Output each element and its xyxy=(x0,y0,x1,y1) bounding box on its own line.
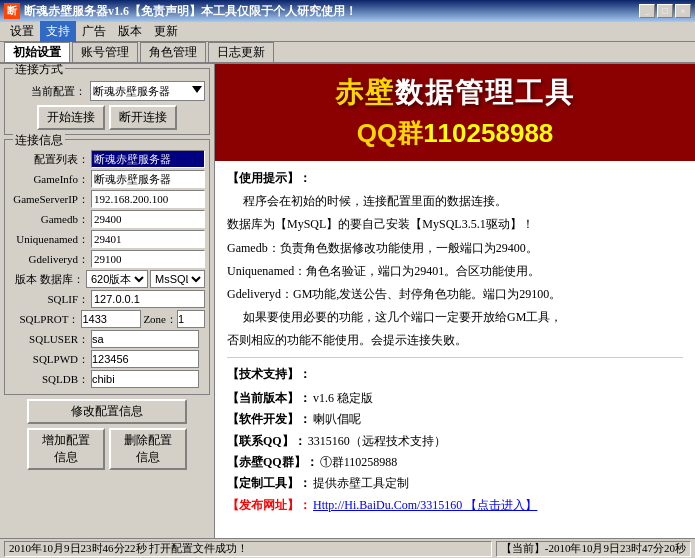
menu-ad[interactable]: 广告 xyxy=(76,21,112,42)
menu-support[interactable]: 支持 xyxy=(40,21,76,42)
tech-row-dev: 【软件开发】： 喇叭倡呢 xyxy=(227,409,683,429)
status-bar: 2010年10月9日23时46分22秒 打开配置文件成功！ 【当前】-2010年… xyxy=(0,538,695,558)
sqlpwd-input[interactable] xyxy=(91,350,199,368)
tech-support-title: 【技术支持】： xyxy=(227,364,683,384)
app-icon: 断 xyxy=(4,3,20,19)
modify-btn-row: 修改配置信息 xyxy=(4,399,210,424)
connection-group: 连接方式 当前配置： 断魂赤壁服务器 开始连接 断开连接 xyxy=(4,68,210,135)
gamedb-row: Gamedb： 29400 xyxy=(9,210,205,228)
bottom-buttons: 修改配置信息 增加配置信息 删除配置信息 xyxy=(4,399,210,470)
current-config-select[interactable]: 断魂赤壁服务器 xyxy=(90,81,205,101)
tech-version-label: 【当前版本】： xyxy=(227,388,311,408)
menu-settings[interactable]: 设置 xyxy=(4,21,40,42)
tech-version-value: v1.6 稳定版 xyxy=(313,388,373,408)
minimize-button[interactable]: _ xyxy=(639,4,655,18)
right-header: 赤壁数据管理工具 QQ群110258988 xyxy=(215,64,695,161)
tabs-bar: 初始设置 账号管理 角色管理 日志更新 xyxy=(0,42,695,64)
maximize-button[interactable]: □ xyxy=(657,4,673,18)
gameinfo-row: GameInfo： 断魂赤壁服务器 xyxy=(9,170,205,188)
gameinfo-label: GameInfo： xyxy=(9,172,91,187)
db-select[interactable]: MsSQL库 xyxy=(150,270,205,288)
sqlprot-input[interactable] xyxy=(81,310,141,328)
sqluser-input[interactable] xyxy=(91,330,199,348)
usage-tip-4: Uniquenamed：角色名验证，端口为29401。合区功能使用。 xyxy=(227,262,683,281)
main-content: 连接方式 当前配置： 断魂赤壁服务器 开始连接 断开连接 连接信息 xyxy=(0,64,695,538)
usage-tip-2: 数据库为【MySQL】的要自己安装【MySQL3.5.1驱动】！ xyxy=(227,215,683,234)
tech-dev-value: 喇叭倡呢 xyxy=(313,409,361,429)
gameserverip-value: 192.168.200.100 xyxy=(91,190,205,208)
usage-tip-1: 程序会在初始的时候，连接配置里面的数据连接。 xyxy=(243,192,683,211)
tech-url-link[interactable]: Http://Hi.BaiDu.Com/3315160 【点击进入】 xyxy=(313,495,537,515)
left-panel: 连接方式 当前配置： 断魂赤壁服务器 开始连接 断开连接 连接信息 xyxy=(0,64,215,538)
usage-tip-7: 否则相应的功能不能使用。会提示连接失败。 xyxy=(227,331,683,350)
gdeliveryd-value: 29100 xyxy=(91,250,205,268)
tab-initial[interactable]: 初始设置 xyxy=(4,42,70,62)
delete-config-button[interactable]: 删除配置信息 xyxy=(109,428,187,470)
sqldb-input[interactable] xyxy=(91,370,199,388)
sqlif-input[interactable] xyxy=(91,290,205,308)
version-db-label: 版本 数据库： xyxy=(9,272,86,287)
zone-label: Zone： xyxy=(143,312,177,327)
info-group-content: 配置列表： 断魂赤壁服务器 GameInfo： 断魂赤壁服务器 GameServ… xyxy=(5,140,209,394)
tech-row-version: 【当前版本】： v1.6 稳定版 xyxy=(227,388,683,408)
qq-number: 110258988 xyxy=(423,118,553,148)
right-title: 赤壁数据管理工具 xyxy=(225,74,685,112)
zone-input[interactable] xyxy=(177,310,205,328)
version-db-row: 版本 数据库： 620版本 MsSQL库 xyxy=(9,270,205,288)
right-content: 【使用提示】： 程序会在初始的时候，连接配置里面的数据连接。 数据库为【MySQ… xyxy=(215,161,695,524)
divider xyxy=(227,357,683,358)
sqlprot-label: SQLPROT： xyxy=(9,312,81,327)
sqldb-row: SQLDB： xyxy=(9,370,205,388)
tech-qqgroup-label: 【赤壁QQ群】： xyxy=(227,452,318,472)
disconnect-button[interactable]: 断开连接 xyxy=(109,105,177,130)
status-left-text: 2010年10月9日23时46分22秒 打开配置文件成功！ xyxy=(4,541,492,557)
qq-label: QQ群 xyxy=(357,118,423,148)
gdeliveryd-row: Gdeliveryd： 29100 xyxy=(9,250,205,268)
uniquenamed-label: Uniquenamed： xyxy=(9,232,91,247)
gameserverip-row: GameServerIP： 192.168.200.100 xyxy=(9,190,205,208)
title-bar: 断 断魂赤壁服务器v1.6【免责声明】本工具仅限于个人研究使用！ _ □ × xyxy=(0,0,695,22)
uniquenamed-value: 29401 xyxy=(91,230,205,248)
current-config-label: 当前配置： xyxy=(9,84,86,99)
start-connect-button[interactable]: 开始连接 xyxy=(37,105,105,130)
sqlif-label: SQLIF： xyxy=(9,292,91,307)
gamedb-label: Gamedb： xyxy=(9,212,91,227)
tab-account[interactable]: 账号管理 xyxy=(72,42,138,62)
tech-qq-label: 【联系QQ】： xyxy=(227,431,306,451)
right-title-part2: 数据管理工具 xyxy=(395,77,575,108)
tech-custom-value: 提供赤壁工具定制 xyxy=(313,473,409,493)
sqluser-label: SQLUSER： xyxy=(9,332,91,347)
app-title: 断魂赤壁服务器v1.6【免责声明】本工具仅限于个人研究使用！ xyxy=(24,3,357,20)
close-button[interactable]: × xyxy=(675,4,691,18)
sqlpwd-row: SQLPWD： xyxy=(9,350,205,368)
tab-role[interactable]: 角色管理 xyxy=(140,42,206,62)
tech-url-label: 【发布网址】： xyxy=(227,495,311,515)
config-list-value: 断魂赤壁服务器 xyxy=(91,150,205,168)
gdeliveryd-label: Gdeliveryd： xyxy=(9,252,91,267)
connection-group-content: 当前配置： 断魂赤壁服务器 开始连接 断开连接 xyxy=(5,69,209,134)
usage-tips-title: 【使用提示】： xyxy=(227,169,683,188)
modify-config-button[interactable]: 修改配置信息 xyxy=(27,399,187,424)
gameinfo-value: 断魂赤壁服务器 xyxy=(91,170,205,188)
current-config-row: 当前配置： 断魂赤壁服务器 xyxy=(9,81,205,101)
add-delete-btn-row: 增加配置信息 删除配置信息 xyxy=(4,428,210,470)
tech-dev-label: 【软件开发】： xyxy=(227,409,311,429)
tech-qq-value: 3315160（远程技术支持） xyxy=(308,431,446,451)
qq-line: QQ群110258988 xyxy=(225,116,685,151)
tech-qqgroup-value: ①群110258988 xyxy=(320,452,398,472)
tech-row-url: 【发布网址】： Http://Hi.BaiDu.Com/3315160 【点击进… xyxy=(227,495,683,515)
gamedb-value: 29400 xyxy=(91,210,205,228)
tech-custom-label: 【定制工具】： xyxy=(227,473,311,493)
tab-log[interactable]: 日志更新 xyxy=(208,42,274,62)
uniquenamed-row: Uniquenamed： 29401 xyxy=(9,230,205,248)
version-select[interactable]: 620版本 xyxy=(86,270,148,288)
sqluser-row: SQLUSER： xyxy=(9,330,205,348)
add-config-button[interactable]: 增加配置信息 xyxy=(27,428,105,470)
info-group-title: 连接信息 xyxy=(13,132,65,149)
menu-update[interactable]: 更新 xyxy=(148,21,184,42)
sqldb-label: SQLDB： xyxy=(9,372,91,387)
config-list-label: 配置列表： xyxy=(9,152,91,167)
connect-buttons: 开始连接 断开连接 xyxy=(9,105,205,130)
usage-tip-6: 如果要使用必要的功能，这几个端口一定要开放给GM工具， xyxy=(243,308,683,327)
menu-version[interactable]: 版本 xyxy=(112,21,148,42)
